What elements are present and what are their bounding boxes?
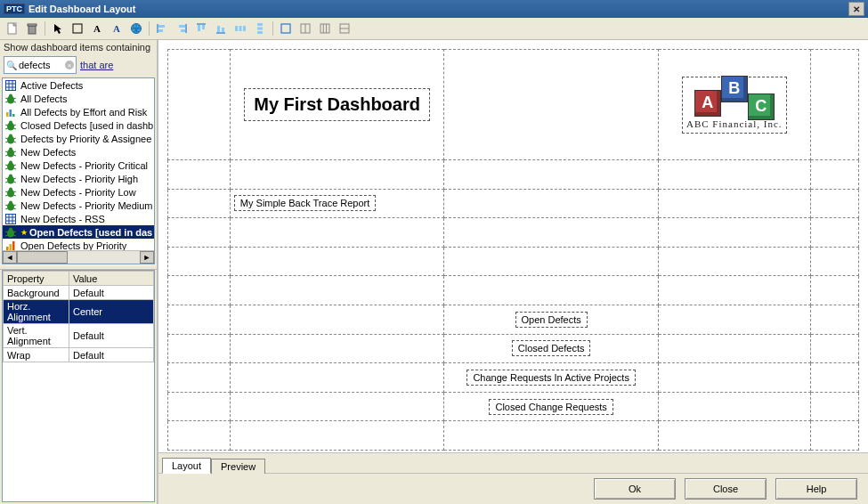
tab-layout[interactable]: Layout bbox=[162, 458, 211, 474]
search-icon: 🔍 bbox=[6, 61, 17, 70]
property-name: Vert. Alignment bbox=[4, 324, 69, 348]
tab-preview[interactable]: Preview bbox=[211, 459, 265, 474]
list-item[interactable]: Defects by Priority & Assignee bbox=[3, 132, 154, 145]
property-name: Wrap bbox=[4, 348, 69, 362]
layout-grid[interactable]: My First Dashboard ABC ABC Financial, In… bbox=[167, 49, 859, 451]
clear-search-icon[interactable]: × bbox=[65, 61, 74, 69]
list-item[interactable]: All Defects bbox=[3, 92, 154, 105]
distribute-h-icon[interactable] bbox=[231, 20, 249, 37]
row-layout-icon[interactable] bbox=[336, 20, 353, 37]
align-top-icon[interactable] bbox=[192, 20, 210, 37]
font-tool-icon[interactable]: A bbox=[108, 20, 126, 37]
prop-header-property[interactable]: Property bbox=[4, 272, 69, 286]
grid-icon bbox=[4, 79, 17, 92]
ok-button[interactable]: Ok bbox=[594, 478, 676, 500]
svg-point-71 bbox=[9, 174, 12, 177]
svg-marker-3 bbox=[54, 24, 61, 34]
filter-label: Show dashboard items containing bbox=[0, 40, 157, 54]
svg-line-69 bbox=[13, 168, 16, 169]
link-closed-defects[interactable]: Closed Defects bbox=[512, 340, 591, 356]
svg-rect-19 bbox=[239, 26, 242, 31]
footer: Ok Close Help bbox=[158, 473, 868, 504]
list-item[interactable]: New Defects - Priority Low bbox=[3, 185, 154, 199]
search-input-wrap[interactable]: 🔍 × bbox=[4, 56, 77, 74]
globe-icon[interactable] bbox=[127, 20, 145, 37]
svg-rect-24 bbox=[281, 24, 290, 33]
logo-cell[interactable]: ABC ABC Financial, Inc. bbox=[682, 77, 787, 134]
window-close-button[interactable]: ✕ bbox=[848, 2, 864, 16]
property-value[interactable]: Center bbox=[69, 300, 154, 324]
bug-icon bbox=[4, 93, 17, 105]
svg-rect-18 bbox=[235, 26, 238, 31]
property-value[interactable]: Default bbox=[69, 286, 154, 300]
svg-rect-1 bbox=[28, 26, 36, 34]
search-input[interactable] bbox=[19, 60, 63, 70]
list-item-label: Defects by Priority & Assignee bbox=[20, 134, 151, 144]
layout-canvas[interactable]: My First Dashboard ABC ABC Financial, In… bbox=[158, 40, 868, 452]
app-badge: PTC bbox=[4, 4, 25, 14]
dashboard-items-list[interactable]: Active DefectsAll DefectsAll Defects by … bbox=[2, 77, 155, 264]
pointer-icon[interactable] bbox=[49, 20, 67, 37]
prop-header-value[interactable]: Value bbox=[69, 272, 154, 286]
bug-icon bbox=[4, 226, 17, 239]
align-bottom-icon[interactable] bbox=[212, 20, 230, 37]
text-icon[interactable]: A bbox=[88, 20, 106, 37]
property-row[interactable]: Vert. AlignmentDefault bbox=[4, 324, 154, 348]
link-open-defects[interactable]: Open Defects bbox=[515, 312, 588, 328]
bug-icon bbox=[4, 159, 17, 172]
property-value[interactable]: Default bbox=[69, 324, 154, 348]
help-button[interactable]: Help bbox=[775, 478, 857, 500]
svg-rect-44 bbox=[10, 110, 12, 117]
svg-line-62 bbox=[5, 155, 8, 156]
new-icon[interactable] bbox=[4, 20, 21, 37]
svg-rect-27 bbox=[320, 24, 329, 33]
column-double-icon[interactable] bbox=[296, 20, 314, 37]
link-closed-change-requests[interactable]: Closed Change Requests bbox=[489, 399, 612, 415]
svg-rect-23 bbox=[257, 31, 263, 34]
delete-icon[interactable] bbox=[23, 20, 41, 37]
list-item[interactable]: New Defects - Priority Medium bbox=[3, 199, 154, 212]
close-button[interactable]: Close bbox=[685, 478, 767, 500]
align-right-icon[interactable] bbox=[173, 20, 191, 37]
filter-that-are-link[interactable]: that are bbox=[80, 60, 113, 70]
grid-icon bbox=[4, 213, 17, 225]
list-item[interactable]: Closed Defects [used in dashb bbox=[3, 118, 154, 132]
scroll-thumb[interactable] bbox=[17, 251, 68, 264]
property-name: Background bbox=[4, 286, 69, 300]
column-triple-icon[interactable] bbox=[316, 20, 334, 37]
distribute-v-icon[interactable] bbox=[251, 20, 269, 37]
list-item[interactable]: New Defects - Priority Critical bbox=[3, 159, 154, 172]
svg-rect-22 bbox=[257, 28, 263, 30]
scroll-left-icon[interactable]: ◄ bbox=[3, 251, 17, 264]
panel-icon[interactable] bbox=[69, 20, 86, 37]
property-value[interactable]: Default bbox=[69, 348, 154, 362]
list-h-scrollbar[interactable]: ◄ ► bbox=[3, 250, 154, 264]
favorite-star-icon: ★ bbox=[20, 228, 28, 237]
chart-icon bbox=[4, 106, 17, 118]
svg-rect-4 bbox=[73, 24, 82, 33]
list-item[interactable]: New Defects - Priority High bbox=[3, 172, 154, 185]
bug-icon bbox=[4, 173, 17, 185]
toolbar: A A bbox=[0, 18, 868, 40]
list-item[interactable]: New Defects - RSS bbox=[3, 212, 154, 225]
list-item[interactable]: Active Defects bbox=[3, 78, 154, 92]
list-item-label: New Defects - Priority Medium bbox=[20, 200, 153, 211]
column-single-icon[interactable] bbox=[277, 20, 295, 37]
property-row[interactable]: BackgroundDefault bbox=[4, 286, 154, 300]
svg-rect-7 bbox=[158, 25, 165, 28]
list-item[interactable]: All Defects by Effort and Risk bbox=[3, 105, 154, 118]
filter-row: 🔍 × that are bbox=[0, 54, 157, 77]
link-change-requests[interactable]: Change Requests In Active Projects bbox=[466, 370, 635, 386]
svg-line-42 bbox=[13, 102, 16, 102]
svg-line-51 bbox=[13, 128, 16, 129]
list-item[interactable]: ★Open Defects [used in das bbox=[3, 225, 154, 239]
dashboard-title-cell[interactable]: My First Dashboard bbox=[244, 88, 430, 121]
property-grid[interactable]: Property Value BackgroundDefaultHorz. Al… bbox=[2, 270, 155, 502]
scroll-right-icon[interactable]: ► bbox=[140, 251, 154, 264]
list-item[interactable]: New Defects bbox=[3, 145, 154, 159]
report-cell[interactable]: My Simple Back Trace Report bbox=[234, 195, 377, 211]
property-row[interactable]: WrapDefault bbox=[4, 348, 154, 362]
align-left-icon[interactable] bbox=[153, 20, 171, 37]
property-row[interactable]: Horz. AlignmentCenter bbox=[4, 300, 154, 324]
svg-line-68 bbox=[5, 168, 8, 169]
